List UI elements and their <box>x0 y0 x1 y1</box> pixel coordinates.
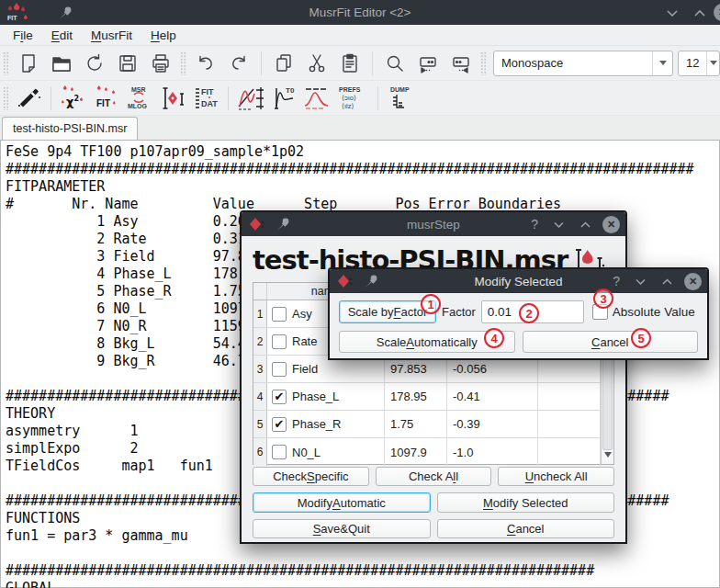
row-checkbox[interactable] <box>272 445 287 459</box>
maximize-icon[interactable] <box>694 9 705 17</box>
print-button[interactable] <box>144 49 177 78</box>
musrwiz-wand-icon[interactable] <box>12 84 45 113</box>
main-titlebar: FIT MusrFit Editor <2> ✕ <box>0 0 720 25</box>
maximize-icon[interactable] <box>580 221 591 228</box>
menu-edit[interactable]: Edit <box>42 27 82 44</box>
window-title: MusrFit Editor <2> <box>0 6 720 19</box>
row-name: Phase_R <box>292 417 341 431</box>
toolbar-handle[interactable] <box>3 51 9 75</box>
save-quit-button[interactable]: Save&Quit <box>253 519 431 538</box>
window-controls: ✕ <box>658 0 720 25</box>
uncheck-all-button[interactable]: Uncheck All <box>498 467 614 486</box>
annotation-circle-4: 4 <box>484 328 504 348</box>
font-size-combo[interactable]: 12 <box>678 51 720 76</box>
row-checkbox[interactable] <box>272 362 287 377</box>
svg-text:MSR: MSR <box>131 86 146 93</box>
row-checkbox[interactable]: ✔ <box>272 417 287 432</box>
table-row: 6N0_L1097.9-1.0 <box>253 438 613 466</box>
menu-help[interactable]: Help <box>141 27 186 44</box>
row-filler <box>538 438 601 466</box>
close-icon[interactable]: ✕ <box>602 216 620 233</box>
row-value: 178.95 <box>385 383 447 410</box>
undo-button[interactable] <box>189 49 222 78</box>
find-prev-button[interactable] <box>444 49 478 78</box>
minimize-icon[interactable] <box>636 278 646 285</box>
dialog-controls: ? ✕ <box>605 269 703 293</box>
minimize-icon[interactable] <box>554 221 564 228</box>
musrfft-icon[interactable] <box>300 84 333 113</box>
menu-file[interactable]: File <box>4 27 42 44</box>
cancel-button[interactable]: Cancel <box>523 331 699 353</box>
svg-text:FIT: FIT <box>96 98 110 108</box>
font-family-combo[interactable]: Monospace <box>493 51 673 76</box>
row-name-cell: ✔Phase_R <box>267 411 385 437</box>
toolbar-handle[interactable] <box>3 86 9 110</box>
close-icon[interactable]: ✕ <box>684 273 702 290</box>
search-button[interactable] <box>378 49 411 78</box>
row-checkbox[interactable] <box>272 334 287 349</box>
musrt0-icon[interactable]: T0 <box>267 84 300 113</box>
minimize-icon[interactable] <box>667 9 678 17</box>
modify-titlebar[interactable]: Modify Selected ? ✕ <box>330 269 707 293</box>
help-icon[interactable]: ? <box>613 274 620 288</box>
new-file-button[interactable] <box>12 49 45 78</box>
check-specific-button[interactable]: Check Specific <box>253 467 369 486</box>
row-value: 1.75 <box>385 411 447 437</box>
svg-text:FIT: FIT <box>201 87 214 96</box>
toolbar-handle[interactable] <box>180 51 186 75</box>
musrfit-run-icon[interactable]: FIT <box>90 84 123 113</box>
svg-text:DUMP: DUMP <box>390 86 410 93</box>
chevron-down-icon[interactable] <box>706 51 719 75</box>
row-checkbox[interactable] <box>272 307 287 322</box>
row-filler <box>538 383 601 410</box>
cancel-button[interactable]: Cancel <box>437 519 615 538</box>
msr-mlog-swap-icon[interactable]: MSR MLOG <box>123 84 156 113</box>
row-name-cell: ✔Phase_L <box>267 383 385 410</box>
musrstep-titlebar[interactable]: musrStep ? ✕ <box>242 212 625 236</box>
close-icon[interactable]: ✕ <box>714 4 720 21</box>
reload-button[interactable] <box>78 49 111 78</box>
scroll-down-arrow-icon[interactable] <box>604 452 612 461</box>
row-checkbox[interactable]: ✔ <box>272 390 287 404</box>
copy-button[interactable] <box>267 49 300 78</box>
cut-button[interactable] <box>300 49 333 78</box>
paste-button[interactable] <box>333 49 366 78</box>
msr2dat-icon[interactable]: FIT DAT <box>189 84 222 113</box>
absolute-value-label: Absolute Value <box>613 305 695 319</box>
svg-text:DAT: DAT <box>201 99 218 108</box>
calc-chisq-icon[interactable]: χ2 <box>57 84 90 113</box>
find-next-button[interactable] <box>411 49 444 78</box>
dump-icon[interactable]: DUMP <box>384 84 421 113</box>
musrstep-dialog: musrStep ? ✕ test-histo-PSI-BIN.msr name <box>240 210 627 544</box>
musrview-icon[interactable] <box>156 84 189 113</box>
tab-msr-file[interactable]: test-histo-PSI-BIN.msr <box>2 117 138 140</box>
redo-button[interactable] <box>222 49 255 78</box>
svg-text:⟨ılz⟩: ⟨ılz⟩ <box>342 102 354 110</box>
help-icon[interactable]: ? <box>531 217 538 232</box>
row-number: 4 <box>253 383 267 410</box>
save-button[interactable] <box>111 49 144 78</box>
annotation-circle-1: 1 <box>421 294 441 314</box>
row-filler <box>538 411 601 437</box>
toolbar-separator <box>261 51 262 75</box>
row-number: 3 <box>253 356 267 382</box>
modify-selected-button[interactable]: Modify Selected <box>437 492 615 513</box>
plot-fit-icon[interactable] <box>234 84 267 113</box>
svg-text:χ2: χ2 <box>66 95 79 108</box>
toolbar-separator <box>228 86 229 110</box>
toolbar-handle[interactable] <box>480 51 487 75</box>
modify-automatic-button[interactable]: Modify Automatic <box>253 492 431 513</box>
row-step: -0.41 <box>447 383 538 410</box>
open-file-button[interactable] <box>45 49 78 78</box>
row-step: -1.0 <box>447 438 538 466</box>
chevron-down-icon[interactable] <box>652 51 672 75</box>
musrprefs-icon[interactable]: PREFS ⟨ɔıo⟩ ⟨ılz⟩ <box>333 84 372 113</box>
maximize-icon[interactable] <box>662 278 672 285</box>
check-all-button[interactable]: Check All <box>376 467 492 486</box>
row-name: N0_L <box>292 446 321 459</box>
row-name: Asy <box>292 307 312 321</box>
menu-musrfit[interactable]: MusrFit <box>82 27 141 44</box>
row-name-cell: N0_L <box>267 438 385 466</box>
dialog-controls: ? ✕ <box>523 212 622 236</box>
tab-bar: test-histo-PSI-BIN.msr <box>0 116 720 140</box>
